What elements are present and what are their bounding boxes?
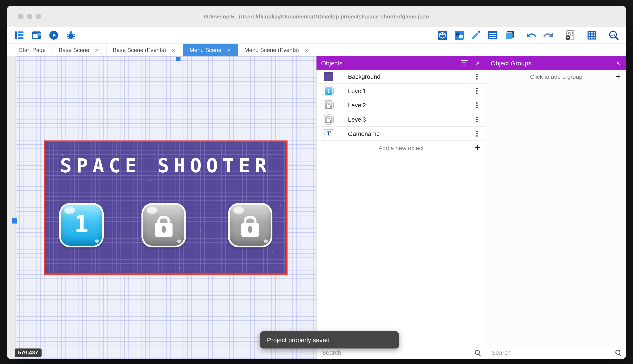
object-row-level1[interactable]: 1 Level1 bbox=[316, 84, 486, 98]
tab-label: Menu Scene bbox=[189, 47, 221, 53]
redo-icon[interactable] bbox=[542, 29, 554, 41]
tab-close-icon[interactable] bbox=[171, 47, 176, 53]
plus-icon[interactable] bbox=[475, 143, 480, 152]
tab-label: Base Scene (Events) bbox=[113, 47, 166, 53]
filter-icon[interactable] bbox=[461, 60, 468, 66]
groups-search-bar bbox=[486, 346, 626, 359]
level-1-label: 1 bbox=[74, 212, 88, 236]
object-groups-editor-icon[interactable] bbox=[453, 29, 465, 41]
debugger-icon[interactable] bbox=[65, 29, 77, 41]
object-row-level2[interactable]: Level2 bbox=[316, 98, 486, 112]
level1-thumbnail-icon: 1 bbox=[324, 86, 333, 96]
object-groups-panel: Object Groups Click to add a group bbox=[486, 56, 626, 359]
save-toast: Project properly saved bbox=[260, 331, 399, 348]
main-area: SPACE SHOOTER 1 570;437 Objects bbox=[7, 56, 626, 359]
object-menu-icon[interactable] bbox=[473, 73, 481, 80]
level-1-button-instance[interactable]: 1 bbox=[59, 203, 104, 248]
groups-search-input[interactable] bbox=[491, 349, 615, 356]
play-preview-icon[interactable] bbox=[48, 29, 60, 41]
object-menu-icon[interactable] bbox=[473, 101, 481, 109]
gdevelop-window: GDevelop 5 - /Users/dkarakay/Documents/G… bbox=[7, 6, 626, 359]
undo-icon[interactable] bbox=[526, 29, 537, 41]
tab-close-icon[interactable] bbox=[94, 47, 100, 53]
selection-handle[interactable] bbox=[12, 218, 17, 224]
object-menu-icon[interactable] bbox=[473, 130, 481, 137]
locked-thumbnail-icon bbox=[324, 115, 333, 124]
tab-label: Menu Scene (Events) bbox=[244, 47, 299, 53]
fullscreen-window-icon[interactable] bbox=[36, 14, 41, 19]
properties-icon[interactable] bbox=[470, 29, 482, 41]
object-menu-icon[interactable] bbox=[473, 116, 481, 123]
instances-list-icon[interactable] bbox=[487, 29, 499, 41]
objects-search-input[interactable] bbox=[321, 349, 474, 356]
close-panel-icon[interactable] bbox=[615, 59, 622, 66]
object-row-background[interactable]: Background bbox=[316, 70, 486, 84]
window-title: GDevelop 5 - /Users/dkarakay/Documents/G… bbox=[7, 13, 626, 20]
background-thumbnail-icon bbox=[324, 72, 333, 81]
level-2-locked-button-instance[interactable] bbox=[141, 203, 186, 248]
tab-start-page[interactable]: Start Page bbox=[13, 44, 53, 56]
object-row-gamename[interactable]: T Gamename bbox=[316, 127, 486, 141]
render-options-icon[interactable] bbox=[564, 29, 576, 41]
toolbar: 1:1 bbox=[7, 27, 626, 44]
grid-icon[interactable] bbox=[586, 29, 598, 41]
canvas-left-margin bbox=[7, 56, 16, 359]
cursor-coordinates-badge: 570;437 bbox=[15, 348, 41, 357]
desktop-background: GDevelop 5 - /Users/dkarakay/Documents/G… bbox=[0, 0, 633, 364]
object-groups-panel-title: Object Groups bbox=[491, 59, 531, 66]
search-icon bbox=[615, 349, 622, 356]
menu-scene-window[interactable]: SPACE SHOOTER 1 bbox=[44, 140, 287, 275]
objects-editor-icon[interactable] bbox=[437, 29, 448, 41]
objects-panel: Objects Background 1 Level1 bbox=[316, 56, 486, 359]
scene-window-icon[interactable] bbox=[31, 29, 42, 41]
tab-base-scene-events[interactable]: Base Scene (Events) bbox=[106, 44, 183, 56]
tab-bar: Start Page Base Scene Base Scene (Events… bbox=[7, 44, 626, 57]
toolbar-right: 1:1 bbox=[432, 29, 619, 41]
game-title-text-instance[interactable]: SPACE SHOOTER bbox=[45, 154, 286, 177]
minimize-window-icon[interactable] bbox=[27, 14, 32, 19]
objects-panel-title: Objects bbox=[321, 59, 343, 66]
close-window-icon[interactable] bbox=[18, 14, 24, 19]
zoom-icon[interactable]: 1:1 bbox=[608, 29, 619, 41]
plus-icon[interactable] bbox=[615, 72, 621, 81]
toast-message: Project properly saved bbox=[267, 336, 330, 344]
tab-menu-scene-events[interactable]: Menu Scene (Events) bbox=[238, 44, 316, 56]
zoom-level-label: 1:1 bbox=[611, 33, 615, 36]
add-new-object-button[interactable]: Add a new object bbox=[316, 141, 486, 155]
tab-label: Start Page bbox=[19, 47, 46, 53]
object-row-level3[interactable]: Level3 bbox=[316, 112, 486, 127]
objects-panel-header: Objects bbox=[316, 56, 486, 70]
add-group-button[interactable]: Click to add a group bbox=[486, 70, 626, 84]
window-controls bbox=[18, 14, 41, 19]
search-icon bbox=[474, 349, 481, 356]
titlebar: GDevelop 5 - /Users/dkarakay/Documents/G… bbox=[7, 6, 626, 27]
object-groups-panel-header: Object Groups bbox=[486, 56, 626, 70]
object-menu-icon[interactable] bbox=[473, 87, 481, 94]
lock-icon bbox=[241, 223, 259, 237]
level-3-locked-button-instance[interactable] bbox=[228, 203, 272, 248]
tab-label: Base Scene bbox=[59, 47, 89, 53]
selection-handle[interactable] bbox=[176, 57, 180, 61]
text-object-thumbnail-icon: T bbox=[324, 129, 333, 138]
tab-menu-scene[interactable]: Menu Scene bbox=[183, 44, 238, 56]
project-manager-icon[interactable] bbox=[14, 29, 25, 41]
scene-editor-canvas[interactable]: SPACE SHOOTER 1 570;437 bbox=[7, 56, 316, 359]
tab-base-scene[interactable]: Base Scene bbox=[53, 44, 107, 56]
locked-thumbnail-icon bbox=[324, 100, 333, 110]
close-panel-icon[interactable] bbox=[474, 59, 481, 66]
tab-close-icon[interactable] bbox=[226, 47, 232, 53]
layers-editor-icon[interactable] bbox=[504, 29, 515, 41]
lock-icon bbox=[155, 223, 173, 237]
tab-close-icon[interactable] bbox=[303, 47, 309, 53]
